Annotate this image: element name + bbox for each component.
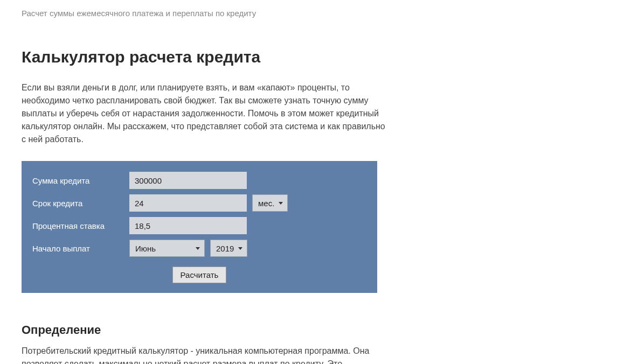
term-unit-value: мес. [258,199,274,208]
start-year-select[interactable]: 2019 [210,240,247,257]
calculate-button[interactable]: Расчитать [172,267,227,283]
section-text-definition: Потребительский кредитный калькулятор - … [22,345,388,364]
page-subtitle: Расчет суммы ежемесячного платежа и пере… [22,9,602,18]
amount-input[interactable] [129,172,247,189]
intro-paragraph: Если вы взяли деньги в долг, или планиру… [22,81,388,146]
row-amount: Сумма кредита [32,172,366,189]
section-heading-definition: Определение [22,323,602,337]
label-rate: Процентная ставка [32,221,129,230]
chevron-down-icon [196,247,200,250]
chevron-down-icon [238,247,242,250]
start-month-value: Июнь [135,244,156,253]
start-month-select[interactable]: Июнь [129,240,205,257]
page-title: Калькулятор расчета кредита [22,48,602,66]
label-term: Срок кредита [32,199,129,208]
row-start: Начало выплат Июнь 2019 [32,240,366,257]
chevron-down-icon [279,202,283,205]
calculator-panel: Сумма кредита Срок кредита мес. Процентн… [22,161,377,293]
term-input[interactable] [129,194,247,212]
start-year-value: 2019 [216,244,234,253]
term-unit-select[interactable]: мес. [252,194,288,212]
row-term: Срок кредита мес. [32,194,366,212]
label-start: Начало выплат [32,244,129,253]
row-rate: Процентная ставка [32,217,366,234]
label-amount: Сумма кредита [32,176,129,185]
rate-input[interactable] [129,217,247,234]
